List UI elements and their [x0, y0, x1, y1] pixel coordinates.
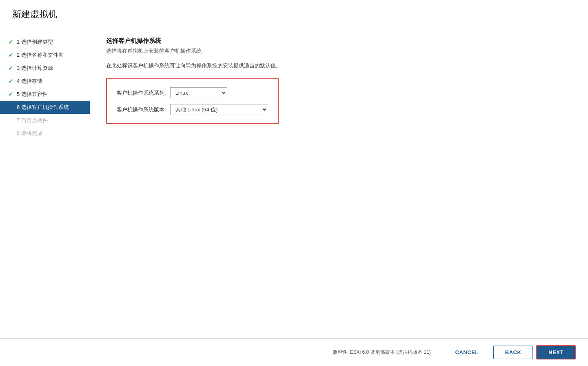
dialog-footer: 兼容性: ESXi 6.0 及更高版本 (虚拟机版本 11) CANCEL BA…: [0, 338, 588, 366]
check-icon-step3: ✔: [8, 64, 13, 72]
sidebar-label-step8: 8 即将完成: [17, 130, 42, 137]
dialog-title: 新建虚拟机: [12, 8, 576, 20]
sidebar-label-step5: 5 选择兼容性: [17, 91, 48, 98]
sidebar-item-step5[interactable]: ✔ 5 选择兼容性: [0, 88, 90, 101]
section-subtitle: 选择将在虚拟机上安装的客户机操作系统: [106, 47, 572, 55]
section-description: 在此处标识客户机操作系统可让向导为操作系统的安装提供适当的默认值。: [106, 62, 572, 69]
os-family-select[interactable]: Microsoft Windows Linux VMware ESX 其他: [170, 87, 227, 98]
dialog-body: ✔ 1 选择创建类型 ✔ 2 选择名称和文件夹 ✔ 3 选择计算资源 ✔ 4 选…: [0, 27, 588, 338]
os-version-label: 客户机操作系统版本:: [117, 106, 166, 113]
new-vm-dialog: 新建虚拟机 ✔ 1 选择创建类型 ✔ 2 选择名称和文件夹 ✔ 3 选择计算资源…: [0, 0, 588, 366]
sidebar-item-step6[interactable]: ✔ 6 选择客户机操作系统: [0, 101, 90, 114]
check-icon-step4: ✔: [8, 78, 13, 85]
os-selection-box: 客户机操作系统系列: Microsoft Windows Linux VMwar…: [106, 78, 279, 124]
compat-text: 兼容性: ESXi 6.0 及更高版本 (虚拟机版本 11): [12, 349, 431, 356]
footer-buttons: CANCEL BACK NEXT: [444, 345, 576, 359]
sidebar-label-step4: 4 选择存储: [17, 78, 42, 85]
sidebar-item-step2[interactable]: ✔ 2 选择名称和文件夹: [0, 49, 90, 62]
main-content: 选择客户机操作系统 选择将在虚拟机上安装的客户机操作系统 在此处标识客户机操作系…: [90, 27, 588, 338]
next-button[interactable]: NEXT: [536, 345, 576, 359]
cancel-button[interactable]: CANCEL: [444, 346, 490, 359]
sidebar-item-step3[interactable]: ✔ 3 选择计算资源: [0, 62, 90, 75]
sidebar-label-step1: 1 选择创建类型: [17, 38, 53, 46]
sidebar-item-step4[interactable]: ✔ 4 选择存储: [0, 75, 90, 88]
os-version-select[interactable]: 其他 Linux (64 位) 其他 Linux (32 位) Ubuntu L…: [170, 104, 268, 115]
sidebar-item-step8: ✔ 8 即将完成: [0, 127, 90, 140]
check-icon-step5: ✔: [8, 91, 13, 98]
os-version-row: 客户机操作系统版本: 其他 Linux (64 位) 其他 Linux (32 …: [117, 104, 268, 115]
os-family-label: 客户机操作系统系列:: [117, 89, 166, 97]
back-button[interactable]: BACK: [493, 346, 533, 359]
os-family-row: 客户机操作系统系列: Microsoft Windows Linux VMwar…: [117, 87, 268, 98]
sidebar-label-step7: 7 自定义硬件: [17, 117, 48, 124]
sidebar-label-step2: 2 选择名称和文件夹: [17, 51, 64, 59]
section-title: 选择客户机操作系统: [106, 37, 572, 45]
sidebar-label-step3: 3 选择计算资源: [17, 64, 53, 72]
check-icon-step1: ✔: [8, 38, 13, 46]
dialog-header: 新建虚拟机: [0, 0, 588, 27]
sidebar: ✔ 1 选择创建类型 ✔ 2 选择名称和文件夹 ✔ 3 选择计算资源 ✔ 4 选…: [0, 27, 90, 338]
sidebar-item-step1[interactable]: ✔ 1 选择创建类型: [0, 35, 90, 49]
check-icon-step2: ✔: [8, 51, 13, 59]
sidebar-label-step6: 6 选择客户机操作系统: [17, 104, 69, 111]
sidebar-item-step7: ✔ 7 自定义硬件: [0, 114, 90, 127]
